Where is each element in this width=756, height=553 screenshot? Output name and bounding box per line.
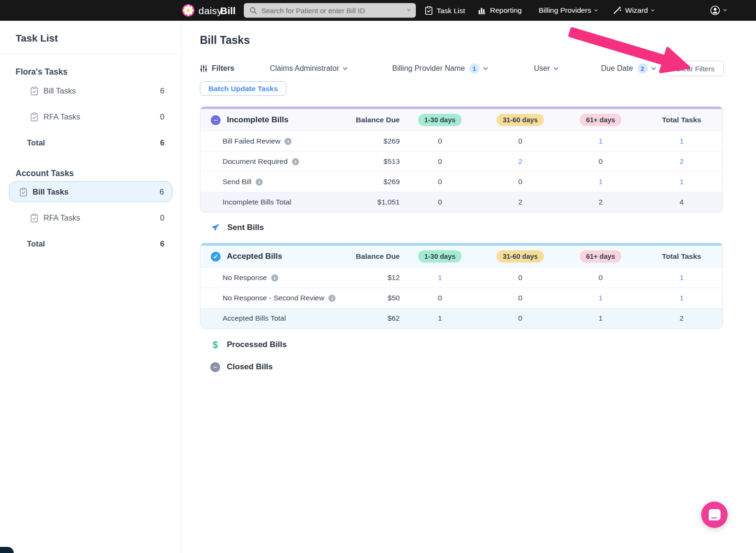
info-icon[interactable]: i — [284, 138, 292, 145]
chat-launcher-button[interactable] — [701, 502, 728, 528]
cell-balance: $12 — [352, 273, 400, 282]
sidebar-item-label: Bill Tasks — [43, 86, 76, 95]
sidebar-account-total-row: Total 6 — [0, 231, 181, 257]
column-31-60-days: 31-60 days — [497, 250, 544, 263]
cell-total-link[interactable]: 1 — [679, 137, 684, 145]
nav-task-list[interactable]: Task List — [425, 6, 465, 15]
chevron-down-icon — [651, 8, 654, 11]
nav-billing-providers[interactable]: Billing Providers — [539, 6, 597, 15]
column-1-30-days: 1-30 days — [418, 114, 462, 126]
row-label: Send Bill — [223, 178, 251, 186]
sidebar-item-floras-bill-tasks[interactable]: Bill Tasks 6 — [0, 78, 181, 104]
cell-61-plus: 2 — [560, 198, 641, 206]
chat-bubble-icon — [709, 509, 721, 520]
table-row: No Responsei $12 1 0 0 1 — [200, 267, 722, 288]
cell-total-link[interactable]: 1 — [679, 294, 684, 302]
cell-31-60: 0 — [480, 137, 560, 145]
clipboard-icon — [19, 187, 27, 196]
column-61-plus-days: 61+ days — [580, 250, 621, 263]
section-title: Accepted Bills — [227, 252, 282, 261]
check-circle-icon[interactable]: ✓ — [211, 252, 221, 262]
search-input[interactable]: Search for Patient or enter Bill ID — [244, 3, 416, 18]
sent-bills-section[interactable]: Sent Bills — [210, 221, 723, 235]
cell-61-plus-link[interactable]: 1 — [599, 294, 603, 302]
sidebar-floras-total-row: Total 6 — [0, 130, 181, 156]
total-row-label: Accepted Bills Total — [223, 314, 286, 323]
cell-balance: $269 — [352, 178, 400, 186]
brand-logo[interactable]: daisyBill — [182, 4, 236, 17]
cell-61-plus: 1 — [560, 314, 641, 323]
collapse-minus-icon[interactable]: − — [211, 115, 221, 125]
sidebar-total-label: Total — [27, 138, 45, 147]
sidebar-item-count: 0 — [160, 213, 164, 222]
info-icon[interactable]: i — [328, 295, 335, 302]
task-list-sidebar: Task List Flora's Tasks Bill Tasks 6 RFA… — [0, 21, 182, 553]
closed-bills-section[interactable]: − Closed Bills — [210, 360, 723, 374]
cell-1-30: 0 — [400, 294, 480, 302]
filter-label: Claims Administrator — [270, 64, 339, 73]
nav-reporting[interactable]: Reporting — [478, 6, 522, 15]
filter-claims-administrator[interactable]: Claims Administrator — [270, 64, 347, 73]
sidebar-total-count: 6 — [160, 239, 164, 248]
filter-billing-provider-name[interactable]: Billing Provider Name 1 — [392, 63, 487, 74]
column-31-60-days: 31-60 days — [497, 114, 544, 126]
cell-total: 4 — [641, 198, 722, 206]
table-row: Bill Failed Reviewi $269 0 0 1 1 — [200, 131, 722, 151]
cell-1-30-link[interactable]: 1 — [438, 273, 442, 281]
cell-61-plus-link[interactable]: 1 — [599, 178, 603, 186]
search-icon — [249, 7, 257, 14]
sidebar-item-account-bill-tasks[interactable]: Bill Tasks 6 — [9, 181, 172, 202]
section-title: Closed Bills — [227, 362, 273, 372]
nav-user-menu[interactable] — [710, 6, 726, 16]
info-icon[interactable]: i — [256, 179, 263, 186]
table-row: Document Requiredi $513 0 2 0 2 — [200, 151, 722, 171]
cell-61-plus-link[interactable]: 1 — [599, 137, 603, 145]
cell-balance: $62 — [352, 314, 400, 323]
filters-text: Filters — [212, 64, 234, 73]
section-title: Incomplete Bills — [227, 115, 288, 125]
sidebar-section-account-tasks: Account Tasks — [16, 169, 181, 179]
cell-total-link[interactable]: 1 — [679, 273, 684, 281]
sidebar-item-account-rfa-tasks[interactable]: RFA Tasks 0 — [0, 205, 181, 231]
info-icon[interactable]: i — [292, 158, 299, 165]
sidebar-section-floras-tasks: Flora's Tasks — [16, 67, 181, 77]
batch-update-tasks-button[interactable]: Batch Update Tasks — [200, 81, 286, 96]
total-row-label: Incomplete Bills Total — [223, 198, 291, 206]
cell-total-link[interactable]: 2 — [679, 157, 684, 165]
search-dropdown-chevron-icon[interactable] — [407, 8, 411, 11]
row-label: Document Required — [223, 157, 288, 166]
row-label: No Response - Second Review — [223, 294, 324, 302]
sidebar-item-label: Bill Tasks — [33, 187, 69, 196]
filter-user[interactable]: User — [534, 64, 558, 73]
incomplete-bills-total-row: Incomplete Bills Total $1,051 0 2 2 4 — [200, 192, 722, 212]
filter-due-date[interactable]: Due Date 2 — [601, 63, 655, 74]
clear-filters-button[interactable]: Clear Filters — [667, 61, 724, 77]
filter-label: Due Date — [601, 64, 633, 73]
cell-1-30: 0 — [400, 137, 480, 145]
column-total-tasks: Total Tasks — [641, 116, 722, 124]
sidebar-total-label: Total — [27, 239, 45, 248]
incomplete-bills-header-row: − Incomplete Bills Balance Due 1-30 days… — [200, 109, 722, 131]
accepted-bills-header-row: ✓ Accepted Bills Balance Due 1-30 days 3… — [200, 246, 722, 267]
cell-31-60: 0 — [480, 314, 560, 323]
cell-total-link[interactable]: 1 — [679, 178, 684, 186]
sidebar-item-count: 6 — [160, 86, 164, 95]
processed-bills-section[interactable]: $ Processed Bills — [210, 338, 723, 352]
info-icon[interactable]: i — [271, 274, 278, 281]
table-row: No Response - Second Reviewi $50 0 0 1 1 — [200, 288, 722, 308]
clear-filters-label: Clear Filters — [676, 65, 714, 73]
cell-31-60-link[interactable]: 2 — [518, 157, 523, 165]
nav-billing-providers-label: Billing Providers — [539, 6, 591, 15]
sidebar-item-floras-rfa-tasks[interactable]: RFA Tasks 0 — [0, 104, 181, 130]
filter-count-badge: 1 — [469, 63, 480, 74]
nav-wizard-label: Wizard — [625, 6, 648, 15]
cell-1-30: 0 — [400, 157, 480, 166]
table-row: Send Billi $269 0 0 1 1 — [200, 171, 722, 192]
filters-label: Filters — [200, 64, 234, 73]
nav-wizard[interactable]: Wizard — [613, 6, 654, 15]
brand-daisy: daisy — [198, 5, 222, 16]
sidebar-title: Task List — [0, 21, 181, 54]
daisy-logo-icon — [182, 4, 195, 17]
user-avatar-icon — [710, 6, 720, 16]
chevron-down-icon — [483, 65, 488, 70]
